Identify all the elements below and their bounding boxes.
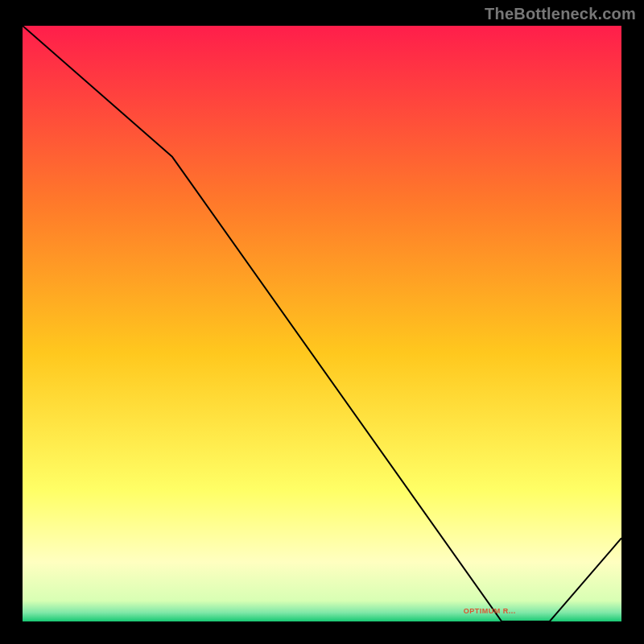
annotation: OPTIMUM R... xyxy=(464,607,516,615)
plot-background xyxy=(23,26,621,621)
chart-svg: OPTIMUM R... xyxy=(23,26,621,621)
plot-area: OPTIMUM R... xyxy=(23,26,621,621)
watermark-text: TheBottleneck.com xyxy=(485,5,636,23)
chart-container: TheBottleneck.com OPTIMUM R... xyxy=(0,0,644,644)
